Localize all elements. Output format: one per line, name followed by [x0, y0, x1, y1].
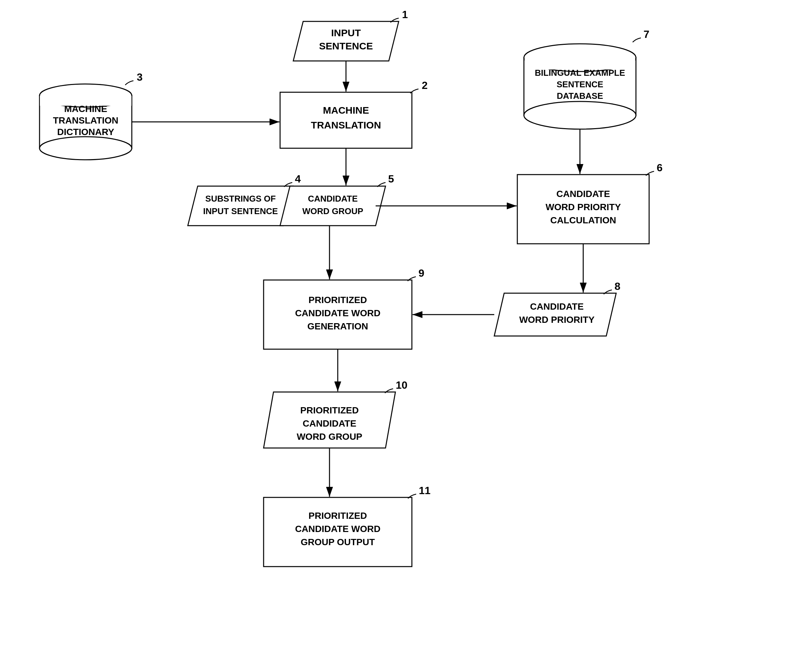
bilingual-database: BILINGUAL EXAMPLE SENTENCE DATABASE [524, 44, 636, 129]
svg-text:CANDIDATE WORD: CANDIDATE WORD [295, 524, 380, 534]
svg-text:GROUP OUTPUT: GROUP OUTPUT [301, 537, 375, 547]
svg-text:TRANSLATION: TRANSLATION [53, 115, 119, 125]
svg-text:6: 6 [657, 162, 663, 174]
svg-marker-21 [188, 186, 293, 226]
svg-text:INPUT: INPUT [331, 28, 361, 38]
diagram: MACHINE TRANSLATION DICTIONARY BILINGUAL… [0, 0, 803, 672]
input-sentence: INPUT SENTENCE [293, 21, 399, 61]
svg-text:PRIORITIZED: PRIORITIZED [309, 295, 367, 305]
svg-text:MACHINE: MACHINE [323, 105, 369, 115]
svg-text:1: 1 [402, 8, 408, 20]
svg-text:WORD PRIORITY: WORD PRIORITY [519, 315, 595, 325]
svg-point-9 [524, 44, 636, 71]
svg-rect-1 [39, 96, 132, 148]
svg-rect-42 [263, 497, 412, 566]
svg-text:CANDIDATE: CANDIDATE [303, 418, 356, 429]
svg-text:GENERATION: GENERATION [307, 321, 368, 331]
prioritized-candidate-word-group: PRIORITIZED CANDIDATE WORD GROUP [263, 392, 395, 448]
candidate-word-group: CANDIDATE WORD GROUP [280, 186, 385, 226]
svg-text:PRIORITIZED: PRIORITIZED [300, 405, 359, 416]
svg-rect-11 [525, 58, 635, 70]
svg-point-2 [39, 84, 132, 107]
svg-text:WORD GROUP: WORD GROUP [302, 206, 363, 216]
svg-text:WORD GROUP: WORD GROUP [297, 432, 362, 442]
svg-rect-18 [280, 92, 412, 148]
candidate-word-priority-calculation: CANDIDATE WORD PRIORITY CALCULATION [517, 175, 649, 244]
svg-text:MACHINE: MACHINE [64, 104, 107, 114]
svg-text:5: 5 [388, 173, 394, 185]
svg-point-10 [524, 101, 636, 129]
svg-text:CALCULATION: CALCULATION [550, 215, 616, 225]
svg-rect-27 [517, 175, 649, 244]
svg-text:8: 8 [614, 280, 621, 292]
svg-text:SENTENCE: SENTENCE [556, 80, 603, 89]
svg-text:BILINGUAL EXAMPLE: BILINGUAL EXAMPLE [535, 68, 625, 78]
svg-text:10: 10 [396, 379, 408, 391]
svg-text:SENTENCE: SENTENCE [319, 41, 373, 51]
machine-translation-dictionary: MACHINE TRANSLATION DICTIONARY [39, 84, 132, 160]
svg-text:SUBSTRINGS OF: SUBSTRINGS OF [205, 194, 276, 204]
svg-text:TRANSLATION: TRANSLATION [311, 120, 381, 130]
prioritized-candidate-word-generation: PRIORITIZED CANDIDATE WORD GENERATION [263, 280, 412, 349]
svg-text:DATABASE: DATABASE [557, 91, 603, 101]
svg-marker-24 [280, 186, 385, 226]
svg-text:CANDIDATE: CANDIDATE [308, 194, 358, 204]
prioritized-candidate-word-group-output: PRIORITIZED CANDIDATE WORD GROUP OUTPUT [263, 497, 412, 566]
svg-text:9: 9 [418, 267, 424, 279]
svg-rect-34 [263, 280, 412, 349]
svg-marker-38 [263, 392, 395, 448]
svg-marker-15 [293, 21, 399, 61]
svg-text:INPUT SENTENCE: INPUT SENTENCE [203, 206, 278, 216]
substrings-input-sentence: SUBSTRINGS OF INPUT SENTENCE [188, 186, 293, 226]
svg-rect-4 [40, 96, 132, 106]
svg-text:CANDIDATE WORD: CANDIDATE WORD [295, 308, 380, 318]
svg-point-3 [39, 137, 132, 160]
machine-translation: MACHINE TRANSLATION [280, 92, 412, 148]
svg-text:7: 7 [644, 28, 649, 40]
svg-text:CANDIDATE: CANDIDATE [556, 189, 610, 199]
svg-text:WORD PRIORITY: WORD PRIORITY [546, 202, 621, 212]
svg-text:PRIORITIZED: PRIORITIZED [309, 511, 367, 521]
svg-text:3: 3 [137, 71, 143, 83]
svg-marker-31 [494, 293, 616, 336]
svg-rect-8 [524, 58, 636, 115]
svg-text:4: 4 [295, 173, 301, 185]
svg-text:DICTIONARY: DICTIONARY [57, 127, 114, 137]
candidate-word-priority: CANDIDATE WORD PRIORITY [494, 293, 616, 336]
svg-text:11: 11 [419, 485, 431, 497]
svg-text:CANDIDATE: CANDIDATE [530, 302, 584, 312]
svg-text:2: 2 [422, 80, 428, 91]
